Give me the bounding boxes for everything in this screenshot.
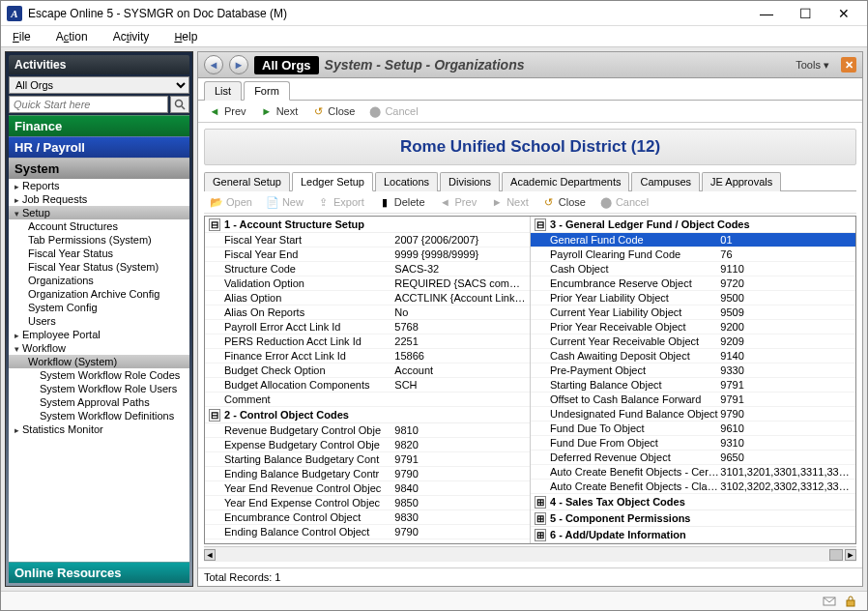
tree-item[interactable]: Organizations xyxy=(9,274,189,287)
subtab-list[interactable]: List xyxy=(204,81,242,101)
tree-item[interactable]: Tab Permissions (System) xyxy=(9,233,189,247)
tree-item[interactable]: System Workflow Definitions xyxy=(9,409,189,422)
property-row[interactable]: Encumbrance Control Object9830 xyxy=(205,510,530,525)
property-row[interactable]: Validation OptionREQUIRED {SACS componen… xyxy=(205,276,530,291)
property-row[interactable]: Payroll Error Acct Link Id5768 xyxy=(205,320,530,335)
property-row[interactable]: Year End Expense Control Objec9850 xyxy=(205,496,530,510)
scroll-right-button[interactable]: ► xyxy=(845,549,856,561)
tree-item[interactable]: Statistics Monitor xyxy=(9,422,189,436)
menu-activity[interactable]: Activity xyxy=(113,30,150,44)
property-row[interactable]: Fiscal Year Start2007 {2006/2007} xyxy=(205,233,530,247)
menu-action[interactable]: Action xyxy=(56,30,88,44)
property-row[interactable]: Prior Year Liability Object9500 xyxy=(531,291,855,306)
property-row[interactable]: Offset to Cash Balance Forward9791 xyxy=(531,393,855,407)
cancel-button[interactable]: ⬤Cancel xyxy=(368,104,418,118)
accordion-online[interactable]: Online Resources xyxy=(9,562,189,583)
property-row[interactable]: Current Year Liability Object9509 xyxy=(531,306,855,320)
scroll-thumb[interactable] xyxy=(829,549,843,561)
accordion-finance[interactable]: Finance xyxy=(9,115,189,136)
close-form-button[interactable]: ↺Close xyxy=(311,104,355,118)
property-row[interactable]: Expense Budgetary Control Obje9820 xyxy=(205,438,530,452)
menu-help[interactable]: Help xyxy=(174,30,197,44)
section-header[interactable]: 4 - Sales Tax Object Codes xyxy=(531,494,855,510)
accordion-system[interactable]: System xyxy=(9,158,189,179)
property-row[interactable]: Auto Create Benefit Objects - Certific31… xyxy=(531,465,855,480)
property-row[interactable]: Budget Check OptionAccount xyxy=(205,364,530,378)
property-row[interactable]: Starting Balance Budgetary Cont9791 xyxy=(205,452,530,467)
tree-item[interactable]: Workflow xyxy=(9,341,189,355)
property-row[interactable]: Current Year Receivable Object9209 xyxy=(531,335,855,349)
inner-next-button[interactable]: ►Next xyxy=(490,195,529,209)
tree-item[interactable]: Reports xyxy=(9,179,189,192)
tree-item[interactable]: Fiscal Year Status (System) xyxy=(9,260,189,274)
tree-item[interactable]: System Config xyxy=(9,301,189,314)
org-selector[interactable]: All Orgs xyxy=(9,76,189,94)
inner-tab[interactable]: Ledger Setup xyxy=(292,172,373,191)
property-row[interactable]: Ending Balance Budgetary Contr9790 xyxy=(205,467,530,481)
property-row[interactable]: General Fund Code01 xyxy=(531,233,855,247)
tree-item[interactable]: Users xyxy=(9,314,189,328)
new-button[interactable]: 📄New xyxy=(266,195,304,209)
section-header[interactable]: 3 - General Ledger Fund / Object Codes xyxy=(531,217,855,233)
next-button[interactable]: ►Next xyxy=(260,104,299,118)
horizontal-scrollbar[interactable]: ◄ ► xyxy=(204,546,856,562)
property-row[interactable]: Alias OptionACCTLINK {Account Link Numbe xyxy=(205,291,530,306)
search-button[interactable] xyxy=(170,96,189,113)
property-row[interactable]: Fund Due From Object9310 xyxy=(531,436,855,451)
nav-forward-button[interactable]: ► xyxy=(229,55,248,74)
minimize-button[interactable]: — xyxy=(753,6,780,21)
tree-item[interactable]: Workflow (System) xyxy=(9,355,189,368)
property-row[interactable]: Undesignated Fund Balance Object9790 xyxy=(531,407,855,422)
subtab-form[interactable]: Form xyxy=(244,81,290,101)
inner-cancel-button[interactable]: ⬤Cancel xyxy=(599,195,649,209)
property-row[interactable]: Pre-Payment Object9330 xyxy=(531,364,855,378)
tree-item[interactable]: Job Requests xyxy=(9,192,189,206)
property-row[interactable]: Finance Error Acct Link Id15866 xyxy=(205,349,530,364)
section-header[interactable]: 1 - Account Structure Setup xyxy=(205,217,530,233)
inner-close-button[interactable]: ↺Close xyxy=(542,195,586,209)
tree-item[interactable]: System Workflow Role Users xyxy=(9,382,189,395)
property-row[interactable]: Cash Object9110 xyxy=(531,262,855,276)
tree-item[interactable]: Organization Archive Config xyxy=(9,287,189,301)
inner-tab[interactable]: Divisions xyxy=(440,172,500,191)
inner-prev-button[interactable]: ◄Prev xyxy=(439,195,477,209)
inner-tab[interactable]: JE Approvals xyxy=(702,172,781,191)
property-row[interactable]: Starting Balance Object9791 xyxy=(531,378,855,393)
tools-menu[interactable]: Tools ▾ xyxy=(796,59,829,72)
inner-tab[interactable]: Academic Departments xyxy=(502,172,629,191)
property-row[interactable]: Budget Allocation ComponentsSCH xyxy=(205,378,530,393)
property-row[interactable]: Cash Awaiting Deposit Object9140 xyxy=(531,349,855,364)
open-button[interactable]: 📂Open xyxy=(210,195,252,209)
close-button[interactable]: ✕ xyxy=(830,6,857,21)
property-row[interactable]: Encumbrance Reserve Object9720 xyxy=(531,276,855,291)
export-button[interactable]: ⇪Export xyxy=(317,195,364,209)
tree-item[interactable]: Setup xyxy=(9,206,189,219)
property-row[interactable]: Comment xyxy=(205,393,530,407)
prev-button[interactable]: ◄Prev xyxy=(208,104,246,118)
scroll-left-button[interactable]: ◄ xyxy=(204,549,216,561)
nav-back-button[interactable]: ◄ xyxy=(204,55,223,74)
property-row[interactable]: Auto Create Benefit Objects - Classif310… xyxy=(531,480,855,494)
panel-close-button[interactable]: ✕ xyxy=(841,57,856,73)
tree-item[interactable]: Account Structures xyxy=(9,219,189,233)
tree-item[interactable]: Fiscal Year Status xyxy=(9,247,189,260)
tree-item[interactable]: Employee Portal xyxy=(9,328,189,341)
property-row[interactable]: Revenue Budgetary Control Obje9810 xyxy=(205,423,530,438)
menu-file[interactable]: File xyxy=(13,30,31,44)
inner-tab[interactable]: Locations xyxy=(375,172,438,191)
section-header[interactable]: 2 - Control Object Codes xyxy=(205,407,530,423)
property-row[interactable]: Year End Revenue Control Objec9840 xyxy=(205,481,530,496)
maximize-button[interactable]: ☐ xyxy=(792,6,819,21)
quick-start-input[interactable] xyxy=(9,96,168,113)
inner-tab[interactable]: General Setup xyxy=(204,172,290,191)
property-row[interactable]: Structure CodeSACS-32 xyxy=(205,262,530,276)
tree-item[interactable]: System Approval Paths xyxy=(9,395,189,409)
tree-item[interactable]: System Workflow Role Codes xyxy=(9,368,189,382)
property-row[interactable]: PERS Reduction Acct Link Id2251 xyxy=(205,335,530,349)
property-row[interactable]: Fiscal Year End9999 {9998/9999} xyxy=(205,247,530,262)
property-row[interactable]: Fund Due To Object9610 xyxy=(531,422,855,436)
section-header[interactable]: 6 - Add/Update Information xyxy=(531,527,855,543)
delete-button[interactable]: ▮Delete xyxy=(378,195,425,209)
inner-tab[interactable]: Campuses xyxy=(631,172,700,191)
accordion-hr[interactable]: HR / Payroll xyxy=(9,136,189,158)
